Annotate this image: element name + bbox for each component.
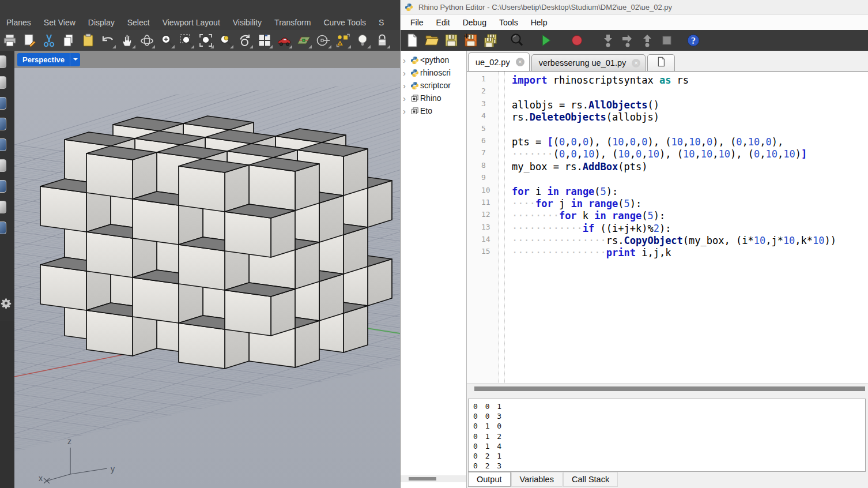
editor-menu-help[interactable]: Help	[524, 18, 554, 27]
panel-tab-output[interactable]: Output	[468, 472, 511, 487]
rhino-menu-curve-tools[interactable]: Curve Tools	[317, 18, 372, 27]
code-token: 0	[583, 136, 588, 148]
tree-scrollbar-thumb[interactable]	[409, 477, 436, 481]
code-scrollbar-thumb[interactable]	[474, 386, 865, 391]
tab-label: ue_02.py	[475, 58, 510, 67]
code-token: k	[577, 210, 595, 222]
viewport-dropdown-arrow-icon[interactable]	[70, 53, 80, 66]
step-into-icon[interactable]	[600, 33, 616, 48]
copy-icon[interactable]	[61, 32, 77, 48]
rhino-menu-viewport-layout[interactable]: Viewport Layout	[156, 18, 227, 27]
extrude-icon[interactable]	[0, 138, 6, 151]
viewport-layout-icon[interactable]	[256, 32, 273, 48]
tab-ue-02-py[interactable]: ue_02.py×	[468, 52, 530, 71]
viewport-canvas[interactable]: zyx	[14, 68, 400, 488]
stop-icon[interactable]	[659, 33, 674, 48]
print-icon[interactable]	[2, 32, 18, 48]
rhino-menu-set-view[interactable]: Set View	[37, 18, 82, 27]
rotate-view-icon[interactable]	[237, 32, 253, 48]
save-icon[interactable]	[443, 33, 459, 48]
osnap-icon[interactable]	[335, 32, 351, 48]
rhino-menu-select[interactable]: Select	[121, 18, 156, 27]
dimension-icon[interactable]	[0, 159, 6, 172]
editor-menu-debug[interactable]: Debug	[456, 18, 493, 27]
zoom-dynamic-icon[interactable]	[178, 32, 194, 48]
polygon-icon[interactable]	[0, 118, 6, 130]
rhino-menu-display[interactable]: Display	[82, 18, 121, 27]
car-icon[interactable]	[276, 32, 292, 48]
tree-item-scriptcor[interactable]: ›scriptcor	[401, 79, 466, 92]
rectangle-icon[interactable]	[0, 76, 6, 89]
pan-icon[interactable]	[119, 32, 135, 48]
editor-menu-tools[interactable]: Tools	[493, 18, 524, 27]
cplane-map-icon[interactable]	[296, 32, 312, 48]
line-number-gutter[interactable]: 123456789101112131415	[467, 72, 499, 383]
tab-verbesserung-ue-01-py[interactable]: verbesserung ue_01.py×	[531, 54, 646, 71]
panel-tab-variables[interactable]: Variables	[511, 472, 563, 487]
expand-chevron-icon[interactable]: ›	[403, 107, 410, 115]
line-number: 9	[467, 173, 499, 185]
gear-icon[interactable]	[1, 298, 12, 309]
line-number: 8	[467, 161, 499, 173]
paste-icon[interactable]	[80, 32, 96, 48]
zoom-selected-icon[interactable]	[217, 32, 233, 48]
help-icon[interactable]: ?	[685, 33, 701, 48]
break-icon[interactable]	[569, 33, 584, 48]
circle-plane-icon[interactable]	[315, 32, 331, 48]
zoom-extents-icon[interactable]	[158, 32, 175, 48]
rhino-menu-planes[interactable]: Planes	[0, 18, 37, 27]
tree-horizontal-scrollbar[interactable]	[401, 475, 466, 482]
code-token: ), (	[659, 148, 683, 160]
rhino-menu-s[interactable]: S	[372, 18, 390, 27]
cut-icon[interactable]	[41, 32, 57, 48]
svg-text:?: ?	[691, 36, 696, 46]
rhino-menu-transform[interactable]: Transform	[268, 18, 317, 27]
cone-icon[interactable]	[0, 222, 6, 234]
close-tab-icon[interactable]: ×	[632, 59, 640, 67]
expand-chevron-icon[interactable]: ›	[403, 69, 410, 77]
perspective-viewport[interactable]: Perspective zyx	[14, 51, 400, 488]
viewport-tab-perspective[interactable]: Perspective	[17, 53, 80, 66]
expand-chevron-icon[interactable]: ›	[403, 94, 410, 103]
code-line: allobjs = rs.AllObjects()	[512, 99, 868, 111]
save-as-icon[interactable]	[463, 33, 478, 48]
expand-chevron-icon[interactable]: ›	[403, 81, 410, 90]
run-icon[interactable]	[538, 33, 553, 48]
code-editor[interactable]: 123456789101112131415 import rhinoscript…	[467, 72, 868, 383]
curve-point-icon[interactable]	[0, 55, 6, 68]
editor-menu-file[interactable]: File	[404, 18, 430, 27]
new-file-icon[interactable]	[404, 33, 420, 48]
find-icon[interactable]	[509, 33, 524, 48]
check-icon[interactable]	[0, 180, 6, 193]
save-all-icon[interactable]	[482, 33, 498, 48]
code-token: ····	[512, 198, 535, 209]
code-token: 10	[618, 148, 629, 160]
tree-item-rhino[interactable]: ›Rhino	[401, 92, 466, 104]
tree-item-eto[interactable]: ›Eto	[401, 104, 466, 117]
undo-icon[interactable]	[100, 32, 116, 48]
step-over-icon[interactable]	[620, 33, 635, 48]
zoom-window-icon[interactable]	[198, 32, 214, 48]
lock-icon[interactable]	[374, 32, 390, 48]
orbit-icon[interactable]	[139, 32, 155, 48]
new-document-tab[interactable]	[647, 54, 675, 71]
panel-tab-call-stack[interactable]: Call Stack	[563, 472, 618, 487]
layout-boxes-icon[interactable]	[0, 201, 6, 213]
lamp-icon[interactable]	[354, 32, 371, 48]
surface-icon[interactable]	[0, 97, 6, 110]
expand-chevron-icon[interactable]: ›	[403, 56, 410, 65]
code-text[interactable]: import rhinoscriptsyntax as rsallobjs = …	[499, 72, 868, 383]
tree-item-python[interactable]: ›<python	[401, 54, 466, 66]
notes-icon[interactable]	[21, 32, 37, 48]
editor-titlebar[interactable]: Rhino Python Editor - C:\Users\betip\Des…	[401, 0, 868, 15]
rhino-menu-visibility[interactable]: Visibility	[227, 18, 268, 27]
tree-item-label: <python	[420, 55, 449, 65]
editor-menu-edit[interactable]: Edit	[430, 18, 456, 27]
code-token: 0	[641, 136, 647, 148]
open-icon[interactable]	[424, 33, 439, 48]
code-token: import	[512, 74, 547, 86]
tree-item-rhinoscri[interactable]: ›rhinoscri	[401, 66, 466, 79]
close-tab-icon[interactable]: ×	[516, 58, 524, 66]
code-horizontal-scrollbar[interactable]	[467, 383, 868, 393]
step-out-icon[interactable]	[639, 33, 655, 48]
